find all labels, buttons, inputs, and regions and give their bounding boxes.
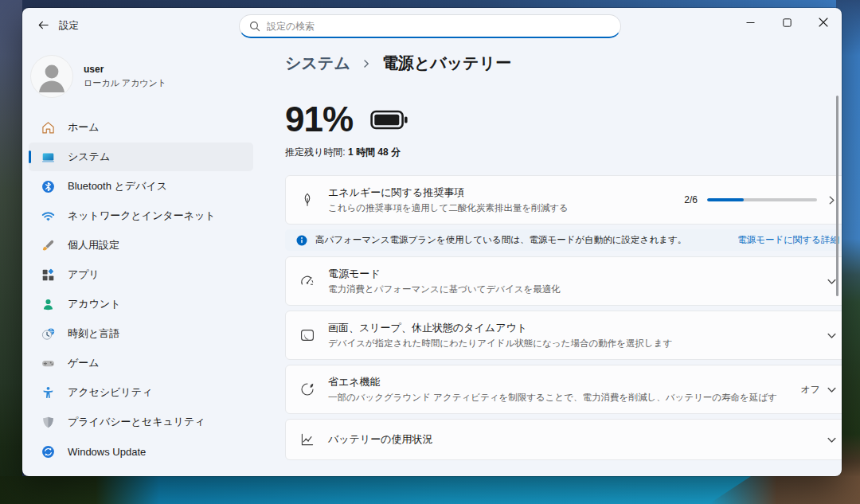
card-energy-recommendations[interactable]: エネルギーに関する推奨事項 これらの推奨事項を適用して二酸化炭素排出量を削減する… (285, 175, 842, 225)
search-icon (249, 21, 260, 32)
sidebar-item-system[interactable]: システム (29, 143, 253, 171)
sidebar-item-gaming[interactable]: ゲーム (29, 349, 253, 377)
sidebar-item-label: アカウント (68, 297, 121, 311)
progress-label: 2/6 (684, 194, 698, 205)
page-title: 電源とバッテリー (382, 53, 511, 74)
card-subtitle: デバイスが指定された時間にわたりアイドル状態になった場合の動作を選択します (328, 338, 827, 350)
sidebar-item-label: ゲーム (68, 356, 100, 370)
accounts-icon (41, 298, 55, 311)
wifi-icon (41, 209, 55, 223)
sidebar-item-label: Windows Update (68, 446, 146, 458)
progress-fill (707, 198, 744, 201)
breadcrumb-system[interactable]: システム (285, 53, 350, 74)
maximize-button[interactable] (768, 8, 805, 37)
sidebar-item-label: 個人用設定 (68, 238, 119, 252)
card-title: 電源モード (328, 267, 827, 281)
sidebar-item-windows-update[interactable]: Windows Update (29, 437, 253, 466)
account-header[interactable]: user ローカル アカウント (30, 52, 253, 101)
sidebar-item-accessibility[interactable]: アクセシビリティ (29, 378, 253, 407)
avatar (30, 55, 73, 98)
card-energy-saver[interactable]: 省エネ機能 一部のバックグラウンド アクティビティを制限することで、電力消費を削… (285, 365, 842, 414)
sidebar-item-bluetooth-devices[interactable]: Bluetooth とデバイス (29, 172, 253, 201)
close-button[interactable] (805, 8, 842, 37)
minimize-icon (746, 18, 755, 27)
screen-timeout-icon (299, 327, 315, 343)
chevron-right-icon (362, 59, 371, 68)
system-icon (41, 150, 55, 164)
energy-saver-icon (299, 381, 315, 397)
person-icon (30, 55, 73, 98)
chevron-down-icon (827, 435, 837, 445)
leaf-icon (299, 192, 315, 208)
card-subtitle: 電力消費とパフォーマンスに基づいてデバイスを最適化 (328, 283, 827, 295)
search-input[interactable] (267, 21, 611, 32)
sidebar-item-label: アクセシビリティ (68, 385, 152, 400)
card-title: 省エネ機能 (328, 375, 800, 389)
window-controls (732, 8, 842, 37)
power-mode-details-link[interactable]: 電源モードに関する詳細 (737, 234, 839, 246)
battery-usage-icon (299, 432, 315, 447)
accessibility-icon (41, 386, 55, 400)
info-banner: 高パフォーマンス電源プランを使用している間は、電源モードが自動的に設定されます。… (285, 229, 842, 251)
sidebar-item-accounts[interactable]: アカウント (29, 290, 253, 318)
info-icon (296, 235, 307, 246)
titlebar: 設定 (22, 8, 842, 46)
app-title: 設定 (59, 19, 79, 33)
battery-icon (370, 109, 408, 131)
chevron-down-icon (827, 330, 837, 341)
battery-remaining-label: 推定残り時間: (285, 147, 346, 158)
sidebar-item-personalization[interactable]: 個人用設定 (29, 231, 253, 260)
power-mode-icon (299, 273, 315, 289)
breadcrumb: システム 電源とバッテリー (285, 53, 842, 74)
card-title: バッテリーの使用状況 (328, 432, 827, 447)
banner-text: 高パフォーマンス電源プランを使用している間は、電源モードが自動的に設定されます。 (315, 234, 729, 246)
sidebar-item-apps[interactable]: アプリ (29, 260, 253, 289)
sidebar-item-label: Bluetooth とデバイス (68, 179, 167, 193)
card-battery-usage[interactable]: バッテリーの使用状況 (285, 419, 842, 460)
sidebar-item-home[interactable]: ホーム (29, 113, 253, 142)
battery-percent: 91% (285, 100, 353, 139)
paintbrush-icon (41, 239, 55, 252)
sidebar-nav: ホーム システム Bluetooth とデバイス ネットワークとインターネット … (29, 113, 253, 466)
sidebar-item-privacy-security[interactable]: プライバシーとセキュリティ (29, 408, 253, 436)
progress-bar (707, 198, 817, 201)
sidebar-item-label: ネットワークとインターネット (68, 209, 216, 223)
arrow-left-icon (37, 19, 49, 34)
main-content: システム 電源とバッテリー 91% 推定残り時間: 1 時間 48 分 エネルギ… (263, 46, 842, 476)
sidebar-item-time-language[interactable]: 時刻と言語 (29, 319, 253, 348)
shield-icon (41, 416, 55, 429)
sidebar-item-label: プライバシーとセキュリティ (68, 415, 205, 429)
close-icon (819, 18, 828, 27)
sync-icon (41, 445, 55, 459)
search-box[interactable] (239, 14, 621, 38)
account-name: user (84, 64, 166, 75)
sidebar-item-label: システム (68, 150, 110, 164)
bluetooth-icon (41, 180, 55, 193)
settings-cards: エネルギーに関する推奨事項 これらの推奨事項を適用して二酸化炭素排出量を削減する… (285, 175, 842, 460)
sidebar-item-label: アプリ (68, 268, 100, 282)
card-screen-sleep-timeouts[interactable]: 画面、スリープ、休止状態のタイムアウト デバイスが指定された時間にわたりアイドル… (285, 311, 842, 360)
wallpaper-forest-left (0, 0, 22, 504)
apps-icon (41, 268, 55, 282)
card-subtitle: これらの推奨事項を適用して二酸化炭素排出量を削減する (328, 202, 684, 214)
maximize-icon (783, 18, 792, 27)
settings-window: 設定 user ローカル アカウント (22, 8, 842, 476)
card-subtitle: 一部のバックグラウンド アクティビティを制限することで、電力消費を削減し、バッテ… (328, 392, 800, 404)
back-button[interactable] (30, 14, 56, 38)
battery-remaining-value: 1 時間 48 分 (348, 147, 401, 158)
sidebar-item-network-internet[interactable]: ネットワークとインターネット (29, 201, 253, 230)
sidebar-item-label: 時刻と言語 (68, 326, 119, 341)
card-power-mode[interactable]: 電源モード 電力消費とパフォーマンスに基づいてデバイスを最適化 (285, 256, 842, 306)
scrollbar-thumb[interactable] (836, 96, 838, 296)
battery-status: 91% (285, 100, 842, 139)
account-type: ローカル アカウント (84, 77, 166, 89)
chevron-down-icon (827, 385, 837, 395)
card-title: エネルギーに関する推奨事項 (328, 186, 684, 200)
sidebar: user ローカル アカウント ホーム システム Bluetooth とデバイス… (22, 46, 263, 476)
energy-saver-state: オフ (800, 383, 820, 397)
sidebar-item-label: ホーム (68, 120, 100, 135)
minimize-button[interactable] (732, 8, 768, 37)
battery-remaining: 推定残り時間: 1 時間 48 分 (285, 146, 842, 159)
clock-globe-icon (41, 327, 55, 341)
card-title: 画面、スリープ、休止状態のタイムアウト (328, 321, 827, 335)
